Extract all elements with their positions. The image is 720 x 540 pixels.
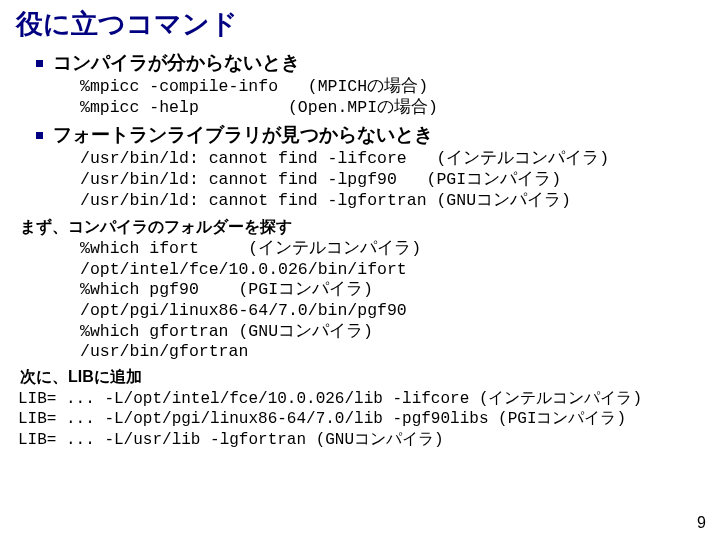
code-block-lib: LIB= ... -L/opt/intel/fce/10.0.026/lib -… bbox=[18, 389, 706, 450]
page-number: 9 bbox=[697, 514, 706, 532]
bullet-2: フォートランライブラリが見つからないとき bbox=[36, 122, 706, 148]
code-block-3: %which ifort (インテルコンパイラ) /opt/intel/fce/… bbox=[80, 239, 706, 363]
subheading-2: 次に、LIBに追加 bbox=[20, 367, 706, 388]
code-block-1: %mpicc -compile-info (MPICHの場合) %mpicc -… bbox=[80, 77, 706, 118]
bullet-1-text: コンパイラが分からないとき bbox=[53, 50, 300, 76]
slide: 役に立つコマンド コンパイラが分からないとき %mpicc -compile-i… bbox=[0, 0, 720, 540]
slide-title: 役に立つコマンド bbox=[16, 6, 706, 42]
bullet-1: コンパイラが分からないとき bbox=[36, 50, 706, 76]
bullet-icon bbox=[36, 132, 43, 139]
subheading-1: まず、コンパイラのフォルダーを探す bbox=[20, 217, 706, 238]
bullet-icon bbox=[36, 60, 43, 67]
code-block-2: /usr/bin/ld: cannot find -lifcore (インテルコ… bbox=[80, 149, 706, 211]
bullet-2-text: フォートランライブラリが見つからないとき bbox=[53, 122, 433, 148]
